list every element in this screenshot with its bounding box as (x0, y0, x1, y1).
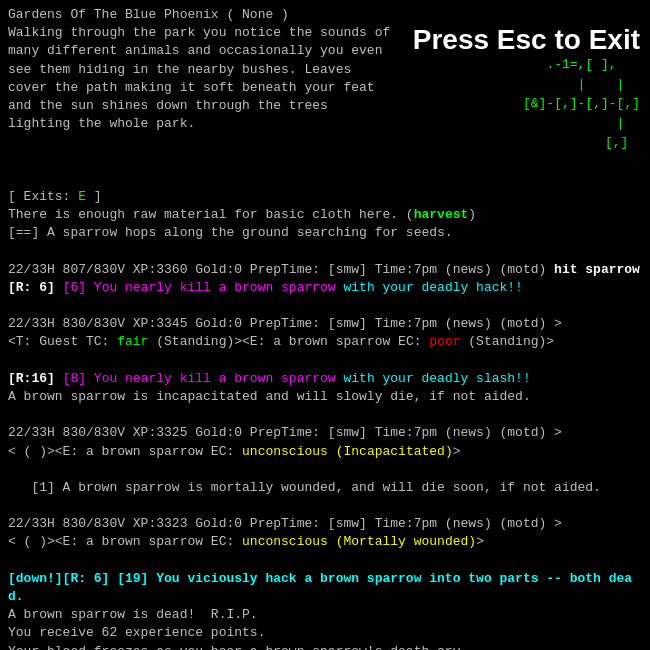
combat-ts-3: 22/33H 830/830V XP:3325 Gold:0 PrepTime:… (8, 424, 642, 442)
combat-dead: A brown sparrow is dead! R.I.P. (8, 606, 642, 624)
combat-cry: Your blood freezes as you hear a brown s… (8, 643, 642, 650)
map-line-3: [&]-[,]-[,]-[,] (523, 94, 640, 114)
map-line-5: [,] (523, 133, 640, 153)
combat-r1: [R: 6] [6] You nearly kill a brown sparr… (8, 279, 642, 297)
combat-move-2: < ( )><E: a brown sparrow EC: unconsciou… (8, 533, 642, 551)
combat-xp: You receive 62 experience points. (8, 624, 642, 642)
combat-incap: A brown sparrow is incapacitated and wil… (8, 388, 642, 406)
map-area: .-1=,[ ], | | [&]-[,]-[,]-[,] | [,] (523, 55, 640, 153)
exits-line: [ Exits: E ] (8, 188, 642, 206)
combat-ts-2: 22/33H 830/830V XP:3345 Gold:0 PrepTime:… (8, 315, 642, 333)
harvest-line: There is enough raw material for basic c… (8, 206, 642, 224)
combat-move-1: < ( )><E: a brown sparrow EC: unconsciou… (8, 443, 642, 461)
combat-target: <T: Guest TC: fair (Standing)><E: a brow… (8, 333, 642, 351)
press-esc-overlay[interactable]: Press Esc to Exit (413, 20, 640, 59)
map-line-4: | (523, 114, 640, 134)
combat-kill: [down!][R: 6] [19] You viciously hack a … (8, 570, 642, 606)
combat-wounded: [1] A brown sparrow is mortally wounded,… (8, 479, 642, 497)
combat-ts-1: 22/33H 807/830V XP:3360 Gold:0 PrepTime:… (8, 261, 642, 279)
combat-ts-4: 22/33H 830/830V XP:3323 Gold:0 PrepTime:… (8, 515, 642, 533)
combat-r2: [R:16] [8] You nearly kill a brown sparr… (8, 370, 642, 388)
game-container: Press Esc to Exit .-1=,[ ], | | [&]-[,]-… (0, 0, 650, 650)
map-line-2: | | (523, 75, 640, 95)
press-esc-text: Press Esc to Exit (413, 24, 640, 55)
sparrow-hops: [==] A sparrow hops along the ground sea… (8, 224, 642, 242)
